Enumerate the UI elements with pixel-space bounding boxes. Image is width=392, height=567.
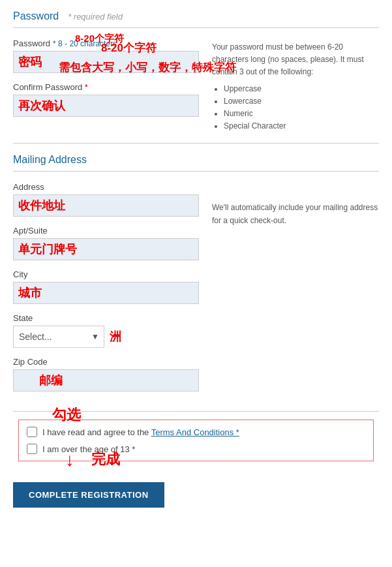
confirm-password-input-wrapper: 再次确认	[13, 95, 199, 117]
req-lowercase: Lowercase	[224, 95, 379, 108]
state-select-wrapper: Select... ALAKAZCA COFLGAHI ILNYTXWA ▼	[13, 326, 104, 348]
city-input-wrapper: 城市	[13, 282, 199, 304]
zip-label: Zip Code	[13, 357, 199, 367]
mailing-section-title: Mailing Address	[13, 154, 87, 165]
password-input-wrapper: 密码 8-20个字符	[13, 51, 199, 73]
submit-section: COMPLETE REGISTRATION ↓ 完成	[0, 472, 392, 518]
state-label: State	[13, 313, 199, 323]
age-checkbox-row: I am over the age of 13 *	[27, 444, 365, 454]
apt-field-group: Apt/Suite 单元门牌号	[13, 226, 199, 260]
confirm-password-field-group: Confirm Password * 再次确认	[13, 82, 199, 117]
apt-input-wrapper: 单元门牌号	[13, 238, 199, 260]
password-field-group: Password* 8 - 20 characters 密码 8-20个字符	[13, 38, 199, 73]
terms-text: I have read and agree to the Terms And C…	[42, 427, 239, 437]
password-section-title: Password	[13, 10, 59, 22]
req-special: Special Character	[224, 120, 379, 132]
password-input[interactable]	[13, 51, 199, 73]
password-hint-text: Your password must be between 6-20 chara…	[212, 42, 364, 76]
address-label: Address	[13, 182, 199, 192]
state-input-row: Select... ALAKAZCA COFLGAHI ILNYTXWA ▼ 洲	[13, 326, 199, 348]
password-fields-wrapper: Password* 8 - 20 characters 密码 8-20个字符 C…	[13, 38, 379, 132]
city-label: City	[13, 269, 199, 279]
address-field-group: Address 收件地址	[13, 182, 199, 217]
password-requirements-list: Uppercase Lowercase Numeric Special Char…	[212, 83, 379, 133]
address-inputs: Address 收件地址 Apt/Suite 单元门牌号 City	[13, 182, 199, 401]
checkbox-container: I have read and agree to the Terms And C…	[18, 420, 374, 461]
password-char-limit: * 8 - 20 characters	[53, 39, 117, 48]
zip-input[interactable]	[13, 369, 199, 391]
address-hint-box: We'll automatically include your mailing…	[212, 182, 379, 226]
state-annotation: 洲	[110, 329, 121, 345]
terms-checkbox-row: I have read and agree to the Terms And C…	[27, 427, 365, 437]
address-hint-text: We'll automatically include your mailing…	[212, 203, 378, 224]
password-label: Password* 8 - 20 characters	[13, 38, 199, 48]
address-input-wrapper: 收件地址	[13, 194, 199, 217]
complete-registration-button[interactable]: COMPLETE REGISTRATION	[13, 482, 164, 508]
apt-label: Apt/Suite	[13, 226, 199, 236]
address-input[interactable]	[13, 194, 199, 217]
city-field-group: City 城市	[13, 269, 199, 304]
zip-field-group: Zip Code 邮编	[13, 357, 199, 391]
city-input[interactable]	[13, 282, 199, 304]
req-numeric: Numeric	[224, 108, 379, 120]
confirm-password-label: Confirm Password *	[13, 82, 199, 92]
age-text: I am over the age of 13 *	[42, 444, 135, 454]
password-section: Password * required field Password* 8 - …	[0, 0, 392, 143]
password-section-header: Password * required field	[13, 10, 379, 28]
password-inputs: Password* 8 - 20 characters 密码 8-20个字符 C…	[13, 38, 199, 126]
password-hint-box: Your password must be between 6-20 chara…	[212, 38, 379, 132]
apt-input[interactable]	[13, 238, 199, 260]
required-note: * required field	[68, 12, 123, 22]
state-field-group: State Select... ALAKAZCA COFLGAHI ILNYTX…	[13, 313, 199, 348]
zip-input-wrapper: 邮编	[13, 369, 199, 391]
terms-checkbox[interactable]	[27, 427, 37, 437]
terms-link[interactable]: Terms And Conditions *	[151, 427, 239, 437]
checkbox-section-wrapper: 勾选 I have read and agree to the Terms An…	[0, 412, 392, 472]
address-fields-wrapper: Address 收件地址 Apt/Suite 单元门牌号 City	[13, 182, 379, 401]
confirm-required-star: *	[85, 82, 88, 92]
req-uppercase: Uppercase	[224, 83, 379, 95]
submit-wrapper: COMPLETE REGISTRATION ↓ 完成	[13, 482, 164, 508]
state-select[interactable]: Select... ALAKAZCA COFLGAHI ILNYTXWA	[13, 326, 104, 348]
mailing-address-section: Mailing Address Address 收件地址 Apt/Suite 单…	[0, 144, 392, 411]
mailing-section-header: Mailing Address	[13, 154, 379, 172]
confirm-password-input[interactable]	[13, 95, 199, 117]
age-checkbox[interactable]	[27, 444, 37, 454]
